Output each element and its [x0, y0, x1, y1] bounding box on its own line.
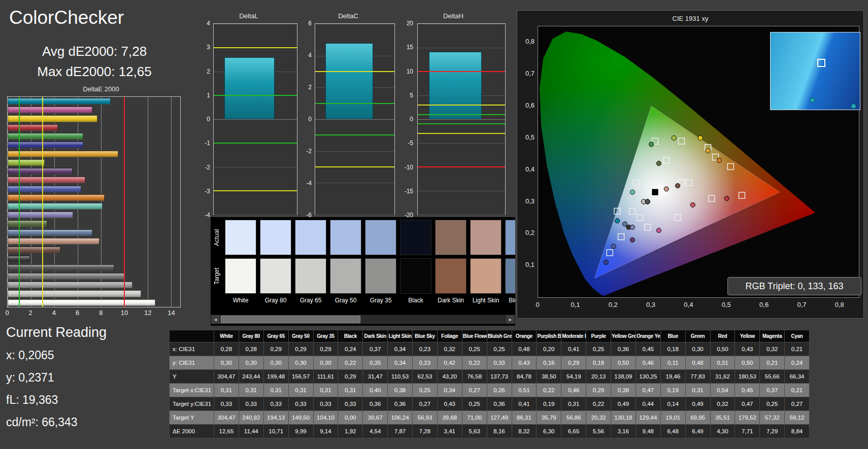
- cell: 0,50: [611, 356, 636, 370]
- cie-x-tick-label: 0,2: [609, 301, 618, 308]
- actual-swatch[interactable]: [330, 220, 361, 255]
- deltae2000-x-axis: 02468101214: [7, 309, 181, 317]
- actual-swatch[interactable]: [365, 220, 396, 255]
- ref-line: [124, 97, 125, 307]
- column-header: Blue Sky: [413, 330, 438, 342]
- cell: 0,29: [263, 342, 288, 356]
- scroll-left-arrow-icon[interactable]: ◄: [211, 315, 220, 324]
- delta-bar: [429, 52, 481, 119]
- swatch-label: Gray 35: [363, 297, 398, 304]
- cell: 0,29: [288, 342, 313, 356]
- actual-swatch[interactable]: [470, 220, 502, 255]
- deltah-plot: [417, 23, 506, 215]
- target-swatch[interactable]: [470, 258, 502, 294]
- table-head: WhiteGray 80Gray 65Gray 50Gray 35BlackDa…: [170, 330, 810, 342]
- de-bar-gray-80: [8, 290, 141, 297]
- deltac-chart-body: 6420-2-4-6: [301, 23, 396, 215]
- swatch-column-blue-sky: Blue Sky: [505, 217, 515, 310]
- column-header: Light Skin: [388, 330, 413, 342]
- y-tick-label: 0: [400, 116, 413, 123]
- cell: 137,73: [487, 370, 512, 384]
- swatch-panel: Actual Target WhiteGray 80Gray 65Gray 50…: [211, 217, 515, 326]
- column-header: Yellow Green: [611, 330, 636, 342]
- cell: 0,31: [288, 384, 313, 397]
- y-tick-label: 4: [197, 20, 210, 27]
- ref-line: [418, 166, 505, 167]
- cell: 0,32: [710, 397, 735, 411]
- swatch-label: Gray 50: [328, 297, 363, 304]
- y-tick-label: -1: [197, 140, 210, 147]
- y-gridline: [418, 24, 505, 24]
- target-swatch[interactable]: [365, 258, 396, 294]
- cell: 0,33: [313, 397, 338, 411]
- target-swatch[interactable]: [435, 258, 466, 294]
- cie-y-tick-label: 0,1: [519, 261, 535, 268]
- target-swatch[interactable]: [225, 258, 256, 294]
- cell: 0,32: [760, 342, 785, 356]
- row-label: Target x:CIE31: [170, 384, 214, 397]
- target-swatch[interactable]: [330, 258, 361, 294]
- ref-line: [214, 143, 297, 144]
- measured-point: [615, 219, 620, 223]
- column-header: Cyan: [785, 330, 810, 342]
- de-bar-orange-yellow: [8, 151, 118, 157]
- measured-point: [676, 184, 680, 188]
- actual-swatch[interactable]: [295, 220, 326, 255]
- target-swatch[interactable]: [260, 258, 291, 294]
- cell: 0,45: [735, 384, 760, 397]
- cell: 0,37: [760, 384, 785, 397]
- cell: 0,36: [388, 397, 413, 411]
- scroll-right-arrow-icon[interactable]: ►: [506, 315, 515, 324]
- actual-swatch[interactable]: [260, 220, 291, 255]
- y-tick-label: 15: [400, 44, 413, 51]
- target-swatch[interactable]: [295, 258, 326, 294]
- ref-line: [418, 133, 505, 134]
- max-de2000-stat: Max dE2000: 12,65: [0, 64, 189, 80]
- measured-point: [656, 228, 661, 233]
- ref-line: [214, 47, 297, 48]
- current-reading-x: x: 0,2065: [6, 349, 107, 362]
- cell: 127,49: [487, 411, 512, 425]
- y-tick-label: 20: [400, 20, 413, 27]
- cell: 0,25: [760, 397, 785, 411]
- cell: 20,13: [586, 370, 611, 384]
- cell: 6,30: [537, 425, 561, 438]
- current-reading-panel: Current Reading x: 0,2065 y: 0,2371 fL: …: [6, 325, 107, 438]
- cell: 66,34: [785, 370, 810, 384]
- ref-line: [315, 134, 394, 135]
- cell: 7,87: [388, 425, 413, 438]
- cie-y-tick-label: 0,3: [519, 197, 535, 205]
- cell: 0,27: [462, 384, 487, 397]
- cell: 0,50: [710, 342, 735, 356]
- measured-point: [717, 158, 721, 162]
- swatch-column-gray-50: Gray 50: [330, 217, 361, 310]
- column-header: Moderate Red: [561, 330, 586, 342]
- cell: 0,20: [537, 342, 561, 356]
- scrollbar-thumb[interactable]: [221, 316, 360, 323]
- y-tick-label: 5: [400, 92, 413, 99]
- measured-point: [630, 190, 635, 194]
- target-swatch[interactable]: [400, 258, 431, 294]
- swatch-scrollbar[interactable]: ◄ ►: [211, 315, 515, 324]
- cell: 0,45: [636, 342, 660, 356]
- colorchecker-app: ColorChecker Avg dE2000: 7,28 Max dE2000…: [0, 0, 868, 449]
- actual-swatch[interactable]: [400, 220, 431, 255]
- cell: 130,25: [636, 370, 660, 384]
- de-bar-bluish-green: [8, 203, 103, 210]
- y-gridline: [315, 24, 394, 24]
- y-gridline: [315, 151, 394, 152]
- actual-swatch[interactable]: [225, 220, 256, 255]
- cell: 0,44: [636, 397, 660, 411]
- cell: 86,31: [512, 411, 537, 425]
- cell: 0,43: [437, 397, 462, 411]
- cell: 0,21: [785, 342, 810, 356]
- deltae2000-plot: [7, 96, 181, 307]
- actual-swatch[interactable]: [435, 220, 466, 255]
- swatch-label: Black: [398, 297, 433, 304]
- cell: 0,22: [537, 384, 561, 397]
- target-swatch[interactable]: [505, 258, 515, 294]
- cell: 0,25: [462, 342, 487, 356]
- actual-swatch[interactable]: [505, 220, 515, 255]
- row-label: y: CIE31: [170, 356, 214, 370]
- cell: 62,53: [413, 370, 438, 384]
